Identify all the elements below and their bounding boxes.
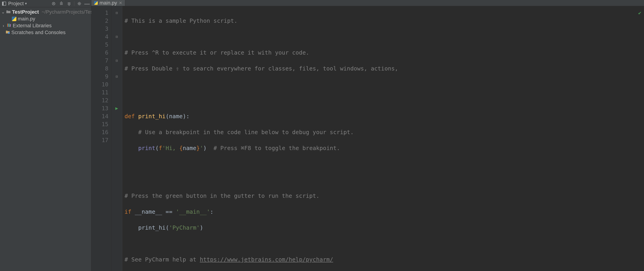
- code-brace: }: [196, 145, 200, 151]
- line-number: 6: [91, 49, 108, 57]
- sidebar-resize-handle[interactable]: [91, 7, 92, 271]
- tree-item-label: External Libraries: [13, 23, 52, 29]
- folder-icon: [6, 9, 11, 15]
- line-number: 3: [91, 25, 108, 33]
- code-string: 'Hi,: [162, 145, 179, 151]
- close-icon[interactable]: ✕: [119, 1, 122, 6]
- tree-item-label: Scratches and Consoles: [11, 29, 66, 36]
- tab-main-py[interactable]: main.py ✕: [91, 0, 125, 6]
- code-text: (: [155, 145, 158, 151]
- tab-label: main.py: [100, 0, 117, 6]
- code-editor[interactable]: ✔ 1 2 3 4 5 6 7 8 9 10 11 12 13 14 15 16…: [91, 6, 644, 271]
- line-number: 11: [91, 88, 108, 96]
- fold-end-icon[interactable]: ⊟: [116, 73, 118, 81]
- line-number-gutter: 1 2 3 4 5 6 7 8 9 10 11 12 13 14 15 16 1…: [91, 6, 111, 271]
- line-number: 10: [91, 81, 108, 88]
- tree-external-libraries[interactable]: › External Libraries: [0, 22, 91, 29]
- gutter-marks: ⊟ ⊟ ⊟ ⊟ ▶: [111, 6, 122, 271]
- code-comment: # Press the green button in the gutter t…: [124, 193, 320, 199]
- line-number: 14: [91, 112, 108, 120]
- tree-item-main-py[interactable]: main.py: [0, 16, 91, 22]
- code-brace: {: [179, 145, 183, 151]
- svg-rect-11: [7, 24, 8, 27]
- project-sidebar: Project ▾ — ⌄ TestProject: [0, 0, 91, 271]
- code-string: 'PyCharm': [169, 224, 200, 231]
- svg-rect-14: [10, 24, 11, 27]
- project-toolwindow-header: Project ▾ —: [0, 0, 91, 7]
- project-tree: ⌄ TestProject ~/PycharmProjects/TestProj…: [0, 7, 91, 37]
- expand-all-icon[interactable]: [59, 1, 64, 6]
- line-number: 16: [91, 128, 108, 136]
- code-comment: # Press Double ⇧ to search everywhere fo…: [124, 65, 398, 72]
- toolbar-divider: [74, 1, 74, 6]
- svg-rect-12: [8, 24, 9, 27]
- code-url[interactable]: https://www.jetbrains.com/help/pycharm/: [200, 256, 333, 263]
- tree-item-label: main.py: [18, 16, 35, 22]
- python-file-icon: [94, 1, 98, 5]
- tree-scratches[interactable]: Scratches and Consoles: [0, 29, 91, 36]
- line-number: 4: [91, 33, 108, 41]
- project-toolwindow-title: Project: [8, 1, 24, 7]
- svg-rect-1: [2, 2, 4, 6]
- line-number: 2: [91, 17, 108, 25]
- fold-end-icon[interactable]: ⊟: [116, 33, 118, 41]
- editor-tabbar: main.py ✕: [91, 0, 644, 6]
- fold-region-icon[interactable]: ⊟: [116, 57, 118, 65]
- code-text: name: [183, 145, 196, 151]
- code-keyword: def: [124, 113, 135, 120]
- select-open-file-icon[interactable]: [51, 1, 56, 6]
- code-function-name: print_hi: [138, 113, 166, 120]
- code-string: '__main__': [176, 208, 210, 215]
- gear-icon[interactable]: [76, 1, 82, 6]
- svg-point-3: [53, 3, 54, 4]
- svg-point-10: [79, 3, 80, 4]
- code-comment: # Press ⌘F8 to toggle the breakpoint.: [214, 145, 340, 151]
- line-number: 7: [91, 57, 108, 65]
- collapse-all-icon[interactable]: [66, 1, 72, 6]
- line-number: 5: [91, 41, 108, 49]
- code-content[interactable]: # This is a sample Python script. # Pres…: [122, 6, 644, 271]
- editor-area: main.py ✕ ✔ 1 2 3 4 5 6 7 8 9 10 11 12 1…: [91, 0, 644, 271]
- line-number: 15: [91, 120, 108, 128]
- code-fstring-prefix: f: [159, 145, 162, 151]
- code-comment: # This is a sample Python script.: [124, 18, 238, 24]
- library-icon: [7, 23, 11, 29]
- line-number: 1: [91, 9, 108, 17]
- tree-root[interactable]: ⌄ TestProject ~/PycharmProjects/TestProj…: [0, 9, 91, 16]
- code-text: print_hi(: [138, 224, 169, 231]
- run-icon[interactable]: ▶: [115, 104, 118, 112]
- code-string: ': [200, 145, 203, 151]
- chevron-down-icon[interactable]: ⌄: [1, 9, 5, 15]
- dropdown-icon[interactable]: ▾: [25, 1, 27, 6]
- code-text: ): [200, 224, 203, 231]
- code-text: (name):: [166, 113, 190, 120]
- chevron-right-icon[interactable]: ›: [1, 23, 6, 29]
- project-view-icon: [1, 1, 7, 6]
- line-number: 12: [91, 96, 108, 104]
- scratches-icon: [6, 29, 10, 36]
- hide-icon[interactable]: —: [84, 1, 90, 6]
- code-builtin: print: [138, 145, 155, 151]
- tree-root-label: TestProject: [12, 9, 39, 15]
- code-comment: # Press ^R to execute it or replace it w…: [124, 49, 309, 56]
- python-file-icon: [12, 17, 16, 21]
- line-number: 17: [91, 136, 108, 144]
- fold-region-icon[interactable]: ⊟: [116, 9, 118, 17]
- code-comment: # See PyCharm help at: [124, 256, 200, 263]
- line-number: 9: [91, 73, 108, 81]
- line-number: 13: [91, 104, 108, 112]
- code-text: __name__ ==: [131, 208, 176, 215]
- code-keyword: if: [124, 208, 131, 215]
- code-text: ): [203, 145, 206, 151]
- code-comment: # Use a breakpoint in the code line belo…: [138, 129, 354, 136]
- svg-rect-13: [9, 24, 10, 27]
- line-number: 8: [91, 65, 108, 73]
- code-text: :: [210, 208, 214, 215]
